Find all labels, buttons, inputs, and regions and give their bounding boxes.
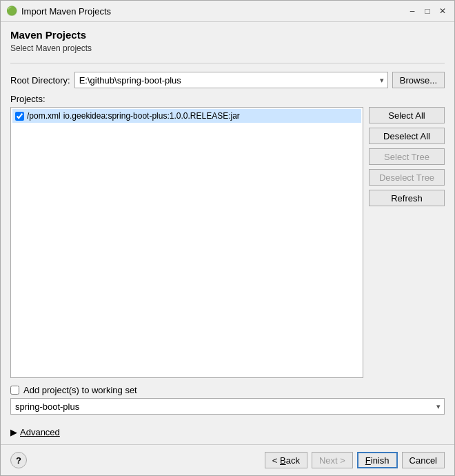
content-area: Maven Projects Select Maven projects Roo… [1, 22, 454, 444]
title-bar-left: 🟢 Import Maven Projects [6, 6, 111, 17]
projects-list[interactable]: /pom.xml io.geekidea:spring-boot-plus:1.… [10, 107, 363, 378]
separator [10, 63, 445, 63]
projects-label: Projects: [10, 94, 445, 104]
next-button[interactable]: Next > [312, 452, 353, 468]
page-subtitle: Select Maven projects [10, 43, 445, 53]
back-button[interactable]: < Back [265, 452, 307, 468]
minimize-button[interactable]: – [406, 5, 418, 17]
page-title: Maven Projects [10, 29, 445, 41]
window: 🟢 Import Maven Projects – □ ✕ Maven Proj… [0, 0, 455, 476]
title-bar: 🟢 Import Maven Projects – □ ✕ [1, 1, 454, 22]
browse-button[interactable]: Browse... [392, 72, 445, 88]
working-set-select-wrapper: spring-boot-plus [10, 398, 445, 415]
working-set-select[interactable]: spring-boot-plus [10, 398, 445, 415]
select-tree-button[interactable]: Select Tree [369, 148, 445, 165]
root-directory-select-wrapper: E:\github\spring-boot-plus [74, 72, 388, 88]
advanced-label: Advanced [20, 427, 60, 437]
side-buttons: Select All Deselect All Select Tree Dese… [369, 107, 445, 378]
deselect-all-button[interactable]: Deselect All [369, 128, 445, 144]
project-path: /pom.xml [27, 111, 61, 121]
root-directory-row: Root Directory: E:\github\spring-boot-pl… [10, 72, 445, 88]
footer-left: ? [10, 452, 27, 468]
root-directory-label: Root Directory: [10, 75, 70, 86]
close-button[interactable]: ✕ [436, 5, 449, 17]
root-directory-select[interactable]: E:\github\spring-boot-plus [74, 72, 388, 88]
working-set-row: Add project(s) to working set [10, 385, 445, 395]
advanced-arrow-icon: ▶ [10, 427, 17, 437]
footer-right: < Back Next > Finish Cancel [265, 452, 445, 468]
select-all-button[interactable]: Select All [369, 107, 445, 123]
working-set-select-row: spring-boot-plus [10, 398, 445, 415]
project-checkbox[interactable] [15, 112, 24, 121]
project-artifact: io.geekidea:spring-boot-plus:1.0.0.RELEA… [63, 111, 240, 121]
projects-area: /pom.xml io.geekidea:spring-boot-plus:1.… [10, 107, 445, 378]
working-set-checkbox[interactable] [10, 386, 19, 395]
help-button[interactable]: ? [10, 452, 27, 468]
window-title: Import Maven Projects [21, 6, 111, 17]
maximize-button[interactable]: □ [421, 5, 434, 17]
deselect-tree-button[interactable]: Deselect Tree [369, 169, 445, 186]
list-item: /pom.xml io.geekidea:spring-boot-plus:1.… [12, 109, 361, 123]
refresh-button[interactable]: Refresh [369, 190, 445, 206]
cancel-button[interactable]: Cancel [402, 452, 445, 468]
title-bar-controls: – □ ✕ [406, 5, 449, 17]
working-set-label[interactable]: Add project(s) to working set [10, 385, 137, 395]
app-icon: 🟢 [6, 6, 17, 17]
finish-button[interactable]: Finish [357, 452, 398, 468]
advanced-row[interactable]: ▶ Advanced [10, 427, 445, 437]
footer: ? < Back Next > Finish Cancel [1, 444, 454, 475]
